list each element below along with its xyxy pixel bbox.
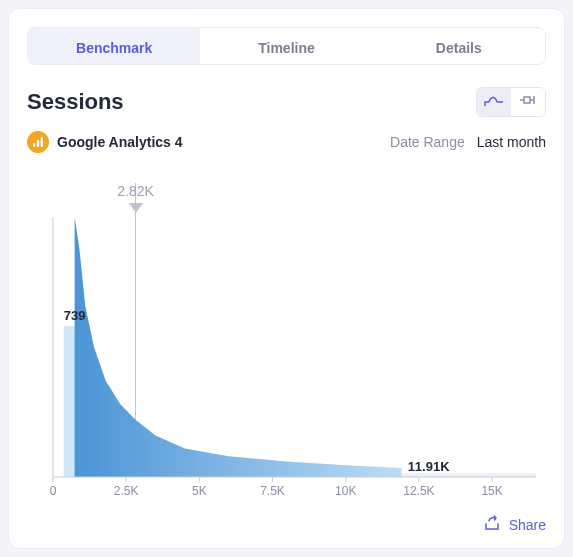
peer-max-label: 11.91K bbox=[408, 459, 450, 474]
distribution-icon bbox=[484, 93, 504, 111]
svg-rect-4 bbox=[33, 143, 35, 147]
svg-rect-5 bbox=[37, 140, 39, 147]
marker-triangle-icon bbox=[129, 203, 143, 213]
header-row: Sessions bbox=[27, 87, 546, 117]
tab-timeline[interactable]: Timeline bbox=[200, 28, 372, 64]
svg-rect-6 bbox=[41, 137, 43, 147]
chart-svg: 02.5K5K7.5K10K12.5K15K bbox=[27, 183, 546, 505]
boxplot-icon bbox=[518, 93, 538, 111]
distribution-area bbox=[75, 217, 402, 477]
share-icon bbox=[483, 515, 501, 534]
x-tick-label: 15K bbox=[481, 484, 502, 498]
date-range-label: Date Range bbox=[390, 134, 465, 150]
data-source: Google Analytics 4 bbox=[27, 131, 183, 153]
x-tick-label: 2.5K bbox=[114, 484, 139, 498]
svg-rect-1 bbox=[524, 97, 530, 103]
date-range-value: Last month bbox=[477, 134, 546, 150]
my-value-label: 739 bbox=[64, 308, 86, 323]
date-range[interactable]: Date Range Last month bbox=[390, 134, 546, 150]
share-button[interactable]: Share bbox=[483, 515, 546, 534]
data-source-name: Google Analytics 4 bbox=[57, 134, 183, 150]
ga4-icon bbox=[27, 131, 49, 153]
x-tick-label: 0 bbox=[50, 484, 57, 498]
tabs: BenchmarkTimelineDetails bbox=[27, 27, 546, 65]
meta-row: Google Analytics 4 Date Range Last month bbox=[27, 131, 546, 153]
x-tick-label: 5K bbox=[192, 484, 207, 498]
tab-details[interactable]: Details bbox=[373, 28, 545, 64]
card: BenchmarkTimelineDetails Sessions bbox=[8, 8, 565, 549]
view-toggle bbox=[476, 87, 546, 117]
chart: 02.5K5K7.5K10K12.5K15K2.82K73911.91K bbox=[27, 183, 546, 509]
marker-label: 2.82K bbox=[117, 183, 154, 199]
x-tick-label: 7.5K bbox=[260, 484, 285, 498]
page-title: Sessions bbox=[27, 89, 124, 115]
share-label: Share bbox=[509, 517, 546, 533]
footer: Share bbox=[27, 515, 546, 534]
distribution-view-button[interactable] bbox=[477, 88, 511, 116]
x-tick-label: 12.5K bbox=[403, 484, 434, 498]
x-tick-label: 10K bbox=[335, 484, 356, 498]
tab-benchmark[interactable]: Benchmark bbox=[28, 28, 200, 64]
boxplot-view-button[interactable] bbox=[511, 88, 545, 116]
